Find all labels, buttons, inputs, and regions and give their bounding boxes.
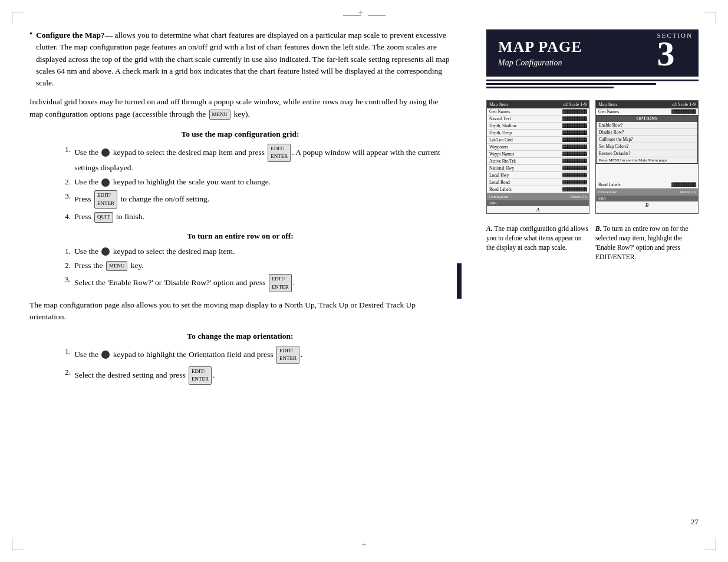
grid-a-header-left: Map Item	[489, 102, 508, 107]
numbered-item-3-1: 1. Use the keypad to highlight the Orien…	[65, 346, 451, 364]
section-num: 3	[657, 36, 675, 71]
num-3: 3.	[65, 190, 71, 209]
grid-a-row-1: Geo Names▓▓▓▓▓▓▓▓▓▓	[487, 108, 589, 115]
num-2-2: 2.	[65, 260, 71, 272]
grid-b-footer: OrientationNorth Up	[596, 189, 698, 196]
num-2-3: 3.	[65, 274, 71, 292]
edit-key-1: EDIT/ENTER	[268, 144, 291, 162]
num-2-1: 1.	[65, 246, 71, 257]
page-content: • Configure the Map?— allows you to dete…	[29, 29, 699, 533]
grid-a-row-12: Road Labels▓▓▓▓▓▓▓▓▓▓	[487, 186, 589, 193]
map-grid-a: Map Item ≤4 Scale 1-9 Geo Names▓▓▓▓▓▓▓▓▓…	[486, 100, 589, 214]
grid-b-header-left: Map Item	[598, 102, 617, 107]
section2-title: To turn an entire row on or off:	[29, 232, 451, 241]
grid-b-header-right: ≤4 Scale 1-9	[672, 102, 696, 107]
options-title: OPTIONS	[597, 115, 697, 122]
caption-b: B. To turn an entire row on for the sele…	[595, 224, 699, 262]
section3-list: 1. Use the keypad to highlight the Orien…	[65, 346, 451, 385]
numbered-item-4: 4. Press QUIT to finish.	[65, 211, 451, 223]
deco-line-3	[486, 87, 614, 88]
caption-a: A. The map configuration grid allows you…	[486, 224, 589, 262]
item3-2-text: Select the desired setting and press EDI…	[74, 366, 215, 385]
section-number-block: SECTION 3	[651, 29, 699, 77]
deco-line-1	[486, 80, 699, 81]
grid-a-row-11: Local Road▓▓▓▓▓▓▓▓▓▓	[487, 179, 589, 186]
num-3-2: 2.	[65, 366, 71, 385]
left-column: • Configure the Map?— allows you to dete…	[29, 29, 457, 533]
option-disable-row[interactable]: Disable Row?	[597, 129, 697, 136]
caption-b-text: To turn an entire row on for the selecte…	[595, 225, 689, 260]
deco-line-2	[486, 83, 656, 85]
numbered-item-2: 2. Use the keypad to highlight the scale…	[65, 176, 451, 188]
center-bottom-mark	[361, 540, 367, 550]
numbered-item-2-3: 3. Select the 'Enable Row?' or 'Disable …	[65, 274, 451, 292]
num-3-1: 1.	[65, 346, 71, 364]
edit-key-2-3: EDIT/ENTER	[269, 274, 292, 292]
grid-b-label-b: B	[596, 201, 698, 209]
section3-title: To change the map orientation:	[29, 332, 451, 341]
item3-text: Press EDIT/ENTER to change the on/off se…	[74, 190, 209, 209]
corner-mark-tr	[704, 12, 716, 24]
item4-text: Press QUIT to finish.	[74, 211, 144, 223]
title-block: MAP PAGE Map Configuration	[486, 29, 651, 77]
item2-text: Use the keypad to highlight the scale yo…	[74, 176, 271, 188]
grid-a-row-5: Lat/Lon Grid▓▓▓▓▓▓▓▓▓▓	[487, 137, 589, 144]
grid-a-row-2: Navaid Text▓▓▓▓▓▓▓▓▓▓	[487, 115, 589, 123]
numbered-item-3: 3. Press EDIT/ENTER to change the on/off…	[65, 190, 451, 209]
bullet-point: • Configure the Map?— allows you to dete…	[29, 29, 451, 89]
rocker-icon-3-1	[101, 351, 110, 359]
grid-a-row-9: National Hwy▓▓▓▓▓▓▓▓▓▓	[487, 165, 589, 172]
map-grid-b: Map Item ≤4 Scale 1-9 Geo Names▓▓▓▓▓▓▓▓▓…	[595, 100, 699, 214]
map-page-title: MAP PAGE	[498, 38, 640, 56]
grid-a-footer: OrientationNorth Up	[487, 193, 589, 200]
item2-1-text: Use the keypad to select the desired map…	[74, 246, 235, 257]
grid-a-row-10: Local Hwy▓▓▓▓▓▓▓▓▓▓	[487, 172, 589, 179]
map-sub-title: Map Configuration	[498, 58, 640, 68]
grid-a-row-4: Depth, Deep▓▓▓▓▓▓▓▓▓▓	[487, 130, 589, 137]
caption-a-text: The map configuration grid allows you to…	[486, 225, 588, 251]
menu-key-badge: MENU	[209, 110, 231, 120]
paragraph2: The map configuration page also allows y…	[29, 299, 451, 323]
option-restore[interactable]: Restore Defaults?	[597, 150, 697, 157]
bullet-title: Configure the Map?—	[36, 31, 113, 39]
corner-mark-tl	[12, 12, 24, 24]
grid-a-header-right: ≤4 Scale 1-9	[563, 102, 587, 107]
num-2: 2.	[65, 176, 71, 188]
center-top-mark	[343, 12, 386, 19]
rocker-icon-2	[101, 178, 110, 187]
black-bar	[457, 263, 462, 299]
num-1: 1.	[65, 144, 71, 174]
numbered-item-2-2: 2. Press the MENU key.	[65, 260, 451, 272]
option-menu-note: Press MENU to see the Main Menu page.	[597, 157, 697, 163]
captions-block: A. The map configuration grid allows you…	[486, 224, 699, 262]
caption-b-letter: B.	[595, 225, 602, 232]
edit-key-3-1: EDIT/ENTER	[276, 346, 299, 364]
deco-lines	[486, 80, 699, 91]
option-calibrate[interactable]: Calibrate the Map?	[597, 136, 697, 143]
option-enable-row[interactable]: Enable Row?	[597, 122, 697, 129]
option-set-colors[interactable]: Set Map Colors?	[597, 143, 697, 150]
num-4: 4.	[65, 211, 71, 223]
numbered-item-3-2: 2. Select the desired setting and press …	[65, 366, 451, 385]
item2-2-text: Press the MENU key.	[74, 260, 144, 272]
map-grids-container: Map Item ≤4 Scale 1-9 Geo Names▓▓▓▓▓▓▓▓▓…	[486, 100, 699, 214]
right-column: MAP PAGE Map Configuration SECTION 3 Map…	[475, 29, 699, 533]
section2-list: 1. Use the keypad to select the desired …	[65, 246, 451, 293]
options-popup: OPTIONS Enable Row? Disable Row? Calibra…	[596, 115, 698, 164]
corner-mark-bl	[12, 538, 24, 550]
grid-a-row-7: Waypt Names▓▓▓▓▓▓▓▓▓▓	[487, 151, 589, 158]
grid-a-row-6: Waypoints▓▓▓▓▓▓▓▓▓▓	[487, 144, 589, 151]
bullet-section: • Configure the Map?— allows you to dete…	[29, 29, 451, 120]
grid-a-header: Map Item ≤4 Scale 1-9	[487, 101, 589, 108]
grid-b-header: Map Item ≤4 Scale 1-9	[596, 101, 698, 108]
grid-a-row-3: Depth, Shallow▓▓▓▓▓▓▓▓▓▓	[487, 123, 589, 130]
bullet-text: Configure the Map?— allows you to determ…	[36, 29, 451, 89]
menu-key-2: MENU	[106, 261, 128, 272]
item2-3-text: Select the 'Enable Row?' or 'Disable Row…	[74, 274, 295, 292]
item1-text: Use the keypad to select the desired map…	[74, 144, 451, 174]
grid-b-sim: SIM	[596, 196, 698, 201]
grid-a-row-8: Active Rte/Trk▓▓▓▓▓▓▓▓▓▓	[487, 158, 589, 165]
corner-mark-br	[704, 538, 716, 550]
bullet-dot: •	[29, 29, 32, 89]
grid-a-label-a: A	[487, 206, 589, 213]
